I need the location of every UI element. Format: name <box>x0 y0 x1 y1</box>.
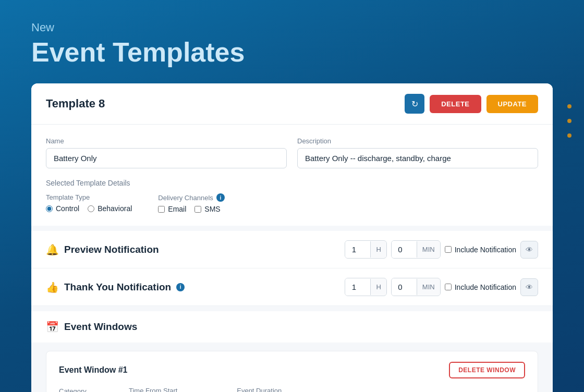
template-type-radio-group: Control Behavioral <box>46 204 132 213</box>
preview-min-unit: MIN <box>417 241 440 258</box>
thumbs-up-icon: 👍 <box>46 281 59 293</box>
preview-eye-button[interactable]: 👁 <box>520 241 538 259</box>
preview-min-input-group: MIN <box>391 240 441 259</box>
thankyou-notification-section: 👍 Thank You Notification i H MIN Include… <box>31 268 553 306</box>
thankyou-min-unit: MIN <box>417 279 440 295</box>
delivery-channels-checkboxes: Email SMS <box>158 205 225 213</box>
event-window-fields: Category Event ▼ Time From Start H <box>59 387 525 392</box>
radio-behavioral-input[interactable] <box>88 205 94 212</box>
divider-2 <box>31 306 553 311</box>
event-duration-field-group: Event Duration H MIN <box>237 387 332 392</box>
radio-behavioral-label: Behavioral <box>98 204 132 213</box>
preview-include-checkbox[interactable]: Include Notification <box>445 246 516 254</box>
time-from-start-label: Time From Start <box>129 387 224 392</box>
thankyou-eye-button[interactable]: 👁 <box>520 278 538 296</box>
decorative-dots <box>567 104 571 138</box>
radio-control-label: Control <box>56 204 79 213</box>
description-input[interactable] <box>297 148 538 168</box>
event-duration-label: Event Duration <box>237 387 332 392</box>
delete-button[interactable]: DELETE <box>430 95 481 113</box>
thankyou-hours-unit: H <box>370 279 386 295</box>
thankyou-min-input-group: MIN <box>391 278 441 296</box>
preview-hours-input-group: H <box>345 240 386 259</box>
update-button[interactable]: UPDATE <box>486 95 538 113</box>
checkbox-sms[interactable]: SMS <box>194 205 220 213</box>
event-windows-title: 📅 Event Windows <box>46 321 538 333</box>
checkbox-sms-input[interactable] <box>194 206 201 213</box>
selected-template-label: Selected Template Details <box>46 179 538 187</box>
refresh-icon: ↻ <box>411 99 418 109</box>
thankyou-hours-input[interactable] <box>345 278 370 296</box>
main-card: Template 8 ↻ DELETE UPDATE Name Descript… <box>31 83 553 392</box>
sms-label: SMS <box>204 205 220 213</box>
thankyou-include-label: Include Notification <box>455 283 516 291</box>
preview-include-label: Include Notification <box>455 246 516 254</box>
category-field-group: Category Event ▼ <box>59 387 116 392</box>
page-header: New Event Templates <box>0 0 584 83</box>
preview-min-input[interactable] <box>392 241 417 258</box>
refresh-button[interactable]: ↻ <box>405 94 424 114</box>
category-label: Category <box>59 387 116 392</box>
preview-include-input[interactable] <box>445 246 452 253</box>
thankyou-include-checkbox[interactable]: Include Notification <box>445 283 516 291</box>
dot-2 <box>567 119 571 123</box>
radio-control-input[interactable] <box>46 205 53 212</box>
thankyou-min-input[interactable] <box>392 278 417 296</box>
checkbox-email[interactable]: Email <box>158 205 186 213</box>
thankyou-info-icon: i <box>176 283 185 291</box>
bell-icon: 🔔 <box>46 243 59 256</box>
card-header: Template 8 ↻ DELETE UPDATE <box>31 83 553 125</box>
template-name: Template 8 <box>46 97 105 111</box>
selected-template-details: Selected Template Details Template Type … <box>46 179 538 213</box>
email-label: Email <box>168 205 186 213</box>
thankyou-hours-input-group: H <box>345 278 386 296</box>
delivery-channels-group: Delivery Channels i Email SMS <box>158 193 225 213</box>
name-input[interactable] <box>46 148 287 168</box>
template-type-label: Template Type <box>46 193 132 201</box>
preview-notification-section: 🔔 Preview Notification H MIN Include Not… <box>31 231 553 268</box>
event-window-card-1: Event Window #1 DELETE WINDOW Category E… <box>46 351 538 392</box>
checkbox-email-input[interactable] <box>158 206 165 213</box>
form-row-name-description: Name Description <box>46 137 538 168</box>
event-window-number: Event Window #1 <box>59 365 127 375</box>
radio-behavioral[interactable]: Behavioral <box>88 204 132 213</box>
eye-icon: 👁 <box>526 246 533 254</box>
divider-1 <box>31 226 553 231</box>
thankyou-include-input[interactable] <box>445 284 452 290</box>
delivery-channels-label: Delivery Channels i <box>158 193 225 202</box>
form-section: Name Description Selected Template Detai… <box>31 125 553 226</box>
page-title: Event Templates <box>31 37 245 67</box>
template-type-group: Template Type Control Behavioral <box>46 193 132 213</box>
description-field-group: Description <box>297 137 538 168</box>
card-header-actions: ↻ DELETE UPDATE <box>405 94 538 114</box>
calendar-icon: 📅 <box>46 321 59 333</box>
event-window-header: Event Window #1 DELETE WINDOW <box>59 362 525 378</box>
preview-hours-input[interactable] <box>345 241 370 258</box>
preview-notification-title: 🔔 Preview Notification <box>46 243 159 256</box>
thankyou-notification-controls: H MIN Include Notification 👁 <box>345 278 538 296</box>
preview-notification-controls: H MIN Include Notification 👁 <box>345 240 538 259</box>
description-label: Description <box>297 137 538 145</box>
preview-hours-unit: H <box>370 241 386 258</box>
new-label: New <box>31 21 553 34</box>
thankyou-notification-title: 👍 Thank You Notification i <box>46 281 185 293</box>
event-windows-section: 📅 Event Windows <box>31 311 553 342</box>
delivery-channels-info-icon: i <box>216 193 225 202</box>
name-label: Name <box>46 137 287 145</box>
time-from-start-field-group: Time From Start H MIN <box>129 387 224 392</box>
thankyou-eye-icon: 👁 <box>526 283 533 291</box>
delete-window-button[interactable]: DELETE WINDOW <box>449 362 525 378</box>
dot-3 <box>567 133 571 138</box>
template-details-row: Template Type Control Behavioral <box>46 193 538 213</box>
dot-1 <box>567 104 571 108</box>
radio-control[interactable]: Control <box>46 204 79 213</box>
name-field-group: Name <box>46 137 287 168</box>
